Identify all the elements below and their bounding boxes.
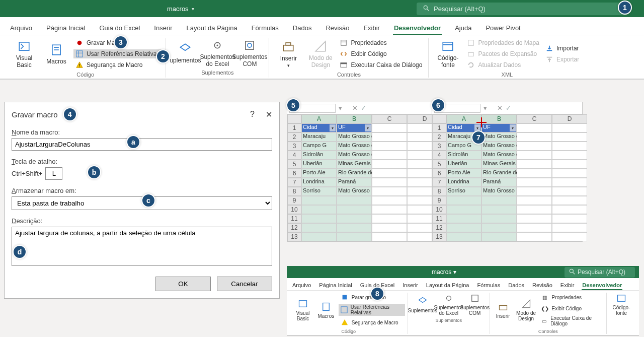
cell[interactable]: Mato Grosso do Sul — [481, 132, 517, 142]
mini-suplementos-com-button[interactable]: Suplementos COM — [463, 293, 487, 316]
description-input[interactable] — [12, 227, 272, 266]
cell[interactable]: Sidrolân — [446, 151, 481, 160]
cell[interactable] — [301, 223, 337, 232]
mini-tab-dados[interactable]: Dados — [508, 281, 525, 290]
cell[interactable] — [552, 187, 587, 196]
inserir-controle-button[interactable]: Inserir ▾ — [273, 40, 303, 68]
row-header[interactable]: 2 — [287, 132, 301, 142]
cell[interactable] — [372, 214, 407, 223]
mini-usar-referencias-button[interactable]: Usar Referências Relativas — [339, 304, 405, 316]
cell[interactable] — [552, 142, 587, 151]
row-header[interactable]: 9 — [432, 196, 446, 205]
cell[interactable] — [481, 223, 517, 232]
cell[interactable] — [301, 214, 337, 223]
tab-pagina-inicial[interactable]: Página Inicial — [45, 22, 86, 35]
row-header[interactable]: 6 — [287, 169, 301, 178]
cell[interactable]: Cidad▾ — [301, 123, 337, 132]
mini-tab-arquivo[interactable]: Arquivo — [292, 281, 311, 290]
row-header[interactable]: 5 — [287, 160, 301, 169]
row-header[interactable]: 2 — [432, 132, 446, 142]
mini-modo-design-button[interactable]: Modo de Design — [516, 298, 537, 321]
search-box[interactable]: Pesquisar (Alt+Q) 1 — [417, 3, 628, 15]
cell[interactable]: Mato Grosso do Sul — [481, 151, 517, 160]
cell[interactable]: Mato Grosso do Sul — [337, 142, 372, 151]
cell[interactable] — [337, 223, 372, 232]
row-header[interactable]: 4 — [287, 151, 301, 160]
cell[interactable] — [372, 160, 407, 169]
mini-tab-revisao[interactable]: Revisão — [532, 281, 553, 290]
cell[interactable] — [337, 196, 372, 205]
seguranca-macro-button[interactable]: Segurança de Macro — [73, 60, 162, 70]
cell[interactable] — [552, 196, 587, 205]
column-header[interactable]: C — [372, 114, 407, 123]
cell[interactable] — [552, 205, 587, 214]
cell[interactable] — [301, 205, 337, 214]
row-header[interactable]: 1 — [287, 123, 301, 132]
tab-power-pivot[interactable]: Power Pivot — [485, 22, 521, 35]
cell[interactable]: Londrina — [301, 178, 337, 187]
cell[interactable]: Uberlân — [301, 160, 337, 169]
pacotes-button[interactable]: Pacotes de Expansão — [465, 49, 541, 58]
mini-tab-desenvolvedor[interactable]: Desenvolvedor — [582, 281, 622, 290]
macros-button[interactable]: Macros — [41, 43, 71, 65]
cell[interactable] — [446, 223, 481, 232]
row-header[interactable]: 10 — [287, 205, 301, 214]
row-header[interactable]: 13 — [287, 232, 301, 241]
suplementos-excel-button[interactable]: Suplementos do Excel — [202, 38, 232, 68]
formula-cancel-icon[interactable]: ✕ — [497, 104, 503, 112]
mini-propriedades-button[interactable]: ▥Propriedades — [539, 293, 604, 302]
cell[interactable] — [517, 223, 552, 232]
formula-accept-icon[interactable]: ✓ — [361, 104, 366, 112]
prop-mapa-button[interactable]: Propriedades do Mapa — [465, 38, 541, 47]
row-header[interactable]: 12 — [287, 223, 301, 232]
mini-tab-exibir[interactable]: Exibir — [560, 281, 575, 290]
tab-arquivo[interactable]: Arquivo — [9, 22, 33, 35]
cell[interactable] — [301, 196, 337, 205]
cell[interactable]: Mato Grosso do Sul — [337, 151, 372, 160]
cell[interactable] — [552, 232, 587, 241]
cell[interactable] — [552, 123, 587, 132]
mini-tab-pagina-inicial[interactable]: Página Inicial — [318, 281, 352, 290]
cell[interactable] — [446, 205, 481, 214]
mini-search-box[interactable]: Pesquisar (Alt+Q) — [565, 267, 635, 278]
mini-suplementos-excel-button[interactable]: Suplementos do Excel — [437, 293, 461, 316]
tab-exibir[interactable]: Exibir — [362, 22, 381, 35]
mini-tab-formulas[interactable]: Fórmulas — [476, 281, 501, 290]
column-header[interactable]: D — [552, 114, 587, 123]
exibir-codigo-button[interactable]: Exibir Código — [338, 49, 424, 58]
cell[interactable] — [372, 123, 407, 132]
row-header[interactable]: 7 — [287, 178, 301, 187]
cancelar-button[interactable]: Cancelar — [217, 277, 272, 291]
cell[interactable] — [517, 169, 552, 178]
row-header[interactable]: 9 — [287, 196, 301, 205]
mini-tab-layout[interactable]: Layout da Página — [426, 281, 470, 290]
cell[interactable] — [372, 223, 407, 232]
cell[interactable]: Campo G — [301, 142, 337, 151]
cell[interactable] — [552, 223, 587, 232]
cell[interactable]: Porto Ale — [301, 169, 337, 178]
exportar-button[interactable]: Exportar — [543, 55, 581, 64]
filter-dropdown-icon[interactable]: ▾ — [365, 124, 371, 131]
cell[interactable] — [372, 196, 407, 205]
cell[interactable]: Sorriso — [446, 187, 481, 196]
cell[interactable]: UF▾ — [337, 123, 372, 132]
cell[interactable] — [517, 142, 552, 151]
cell[interactable] — [337, 205, 372, 214]
hotkey-input[interactable] — [45, 167, 62, 180]
row-header[interactable]: 8 — [287, 187, 301, 196]
row-header[interactable]: 13 — [432, 232, 446, 241]
column-header[interactable]: C — [517, 114, 552, 123]
cell[interactable]: Mato Grosso — [337, 187, 372, 196]
mini-tab-inserir[interactable]: Inserir — [402, 281, 419, 290]
column-header[interactable]: B — [481, 114, 517, 123]
row-header[interactable]: 4 — [432, 151, 446, 160]
cell[interactable] — [552, 214, 587, 223]
filter-dropdown-icon[interactable]: ▾ — [330, 124, 336, 131]
cell[interactable] — [372, 205, 407, 214]
tab-dados[interactable]: Dados — [292, 22, 313, 35]
cell[interactable] — [446, 232, 481, 241]
codigo-fonte-button[interactable]: Código-fonte — [433, 39, 463, 69]
tab-formulas[interactable]: Fórmulas — [251, 22, 280, 35]
tab-desenvolvedor[interactable]: Desenvolvedor — [393, 22, 442, 35]
cell[interactable]: Maracaju — [301, 132, 337, 142]
